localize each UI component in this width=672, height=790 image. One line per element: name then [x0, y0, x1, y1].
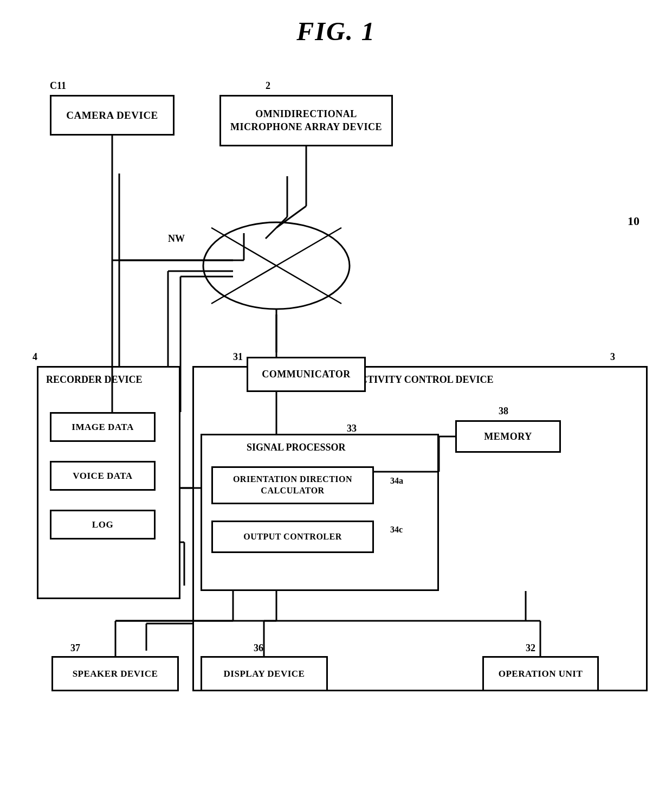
camera-device-box: CAMERA DEVICE	[50, 95, 175, 136]
ref-3-label: 3	[610, 351, 615, 363]
ref-4-label: 4	[33, 351, 37, 363]
nw-label: NW	[168, 233, 185, 245]
output-controller-box: OUTPUT CONTROLER	[211, 521, 374, 553]
ref-34a-label: 34a	[390, 476, 403, 486]
ref-37-label: 37	[70, 643, 80, 654]
signal-processor-label: SIGNAL PROCESSOR	[247, 442, 346, 453]
ref-2-label: 2	[266, 80, 270, 92]
orientation-calculator-box: ORIENTATION DIRECTION CALCULATOR	[211, 466, 374, 504]
ref-36-label: 36	[254, 643, 263, 654]
ref-31-label: 31	[233, 351, 243, 363]
image-data-box: IMAGE DATA	[50, 412, 156, 442]
ref-c11-label: C11	[50, 80, 66, 92]
communicator-box: COMMUNICATOR	[247, 357, 366, 392]
memory-box: MEMORY	[455, 420, 561, 453]
ref-10-label: 10	[628, 214, 639, 228]
speaker-device-box: SPEAKER DEVICE	[51, 656, 179, 691]
omnidirectional-box: OMNIDIRECTIONAL MICROPHONE ARRAY DEVICE	[219, 95, 393, 146]
figure-title: FIG. 1	[296, 16, 375, 46]
signal-processor-box	[201, 434, 439, 591]
operation-unit-box: OPERATION UNIT	[482, 656, 599, 691]
ref-32-label: 32	[526, 643, 535, 654]
network-ellipse	[201, 217, 352, 314]
log-box: LOG	[50, 510, 156, 539]
voice-data-box: VOICE DATA	[50, 461, 156, 491]
recorder-device-label: RECORDER DEVICE	[46, 374, 143, 386]
ref-38-label: 38	[499, 406, 508, 417]
ref-33-label: 33	[347, 423, 357, 434]
diagram: FIG. 1 C11 CAMERA DEVICE 2 OMNIDIRECTION…	[0, 0, 672, 790]
display-device-box: DISPLAY DEVICE	[201, 656, 328, 691]
ref-34c-label: 34c	[390, 525, 403, 535]
